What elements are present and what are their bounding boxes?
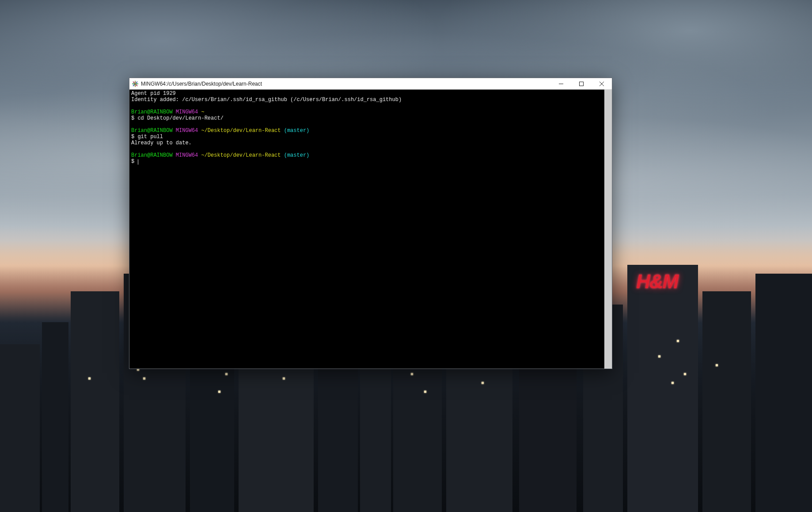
window-titlebar[interactable]: MINGW64:/c/Users/Brian/Desktop/dev/Learn… bbox=[129, 78, 612, 90]
prompt-shell: MINGW64 bbox=[176, 152, 198, 158]
close-button[interactable] bbox=[592, 78, 612, 90]
wallpaper-sign: H&M bbox=[636, 272, 678, 291]
git-bash-icon bbox=[132, 81, 138, 87]
window-title: MINGW64:/c/Users/Brian/Desktop/dev/Learn… bbox=[141, 81, 262, 87]
prompt-path: ~/Desktop/dev/Learn-React bbox=[201, 128, 281, 134]
prompt-symbol: $ bbox=[131, 115, 137, 121]
prompt-symbol: $ bbox=[131, 134, 137, 140]
minimize-button[interactable] bbox=[551, 78, 571, 90]
terminal-command: git pull bbox=[137, 134, 163, 140]
prompt-symbol: $ bbox=[131, 158, 137, 165]
maximize-button[interactable] bbox=[571, 78, 592, 90]
prompt-user-host: Brian@RAINBOW bbox=[131, 152, 173, 158]
terminal-cursor bbox=[138, 159, 138, 165]
prompt-shell: MINGW64 bbox=[176, 128, 198, 134]
scrollbar-thumb[interactable] bbox=[605, 90, 612, 369]
minimize-icon bbox=[559, 82, 563, 86]
prompt-branch: (master) bbox=[284, 152, 310, 158]
svg-rect-5 bbox=[580, 82, 584, 86]
terminal-output-line: Agent pid 1929 bbox=[131, 90, 176, 97]
vertical-scrollbar[interactable] bbox=[604, 90, 612, 369]
terminal-output-line: Identity added: /c/Users/Brian/.ssh/id_r… bbox=[131, 97, 402, 103]
prompt-shell: MINGW64 bbox=[176, 109, 198, 115]
prompt-user-host: Brian@RAINBOW bbox=[131, 109, 173, 115]
prompt-branch: (master) bbox=[284, 128, 310, 134]
terminal-output-line: Already up to date. bbox=[131, 140, 192, 146]
maximize-icon bbox=[579, 82, 584, 86]
prompt-user-host: Brian@RAINBOW bbox=[131, 128, 173, 134]
svg-rect-3 bbox=[135, 81, 136, 87]
terminal-window[interactable]: MINGW64:/c/Users/Brian/Desktop/dev/Learn… bbox=[129, 78, 612, 369]
prompt-path: ~ bbox=[201, 109, 204, 115]
prompt-path: ~/Desktop/dev/Learn-React bbox=[201, 152, 281, 158]
terminal-content[interactable]: Agent pid 1929 Identity added: /c/Users/… bbox=[129, 90, 604, 369]
close-icon bbox=[600, 82, 604, 86]
terminal-command: cd Desktop/dev/Learn-React/ bbox=[137, 115, 223, 121]
